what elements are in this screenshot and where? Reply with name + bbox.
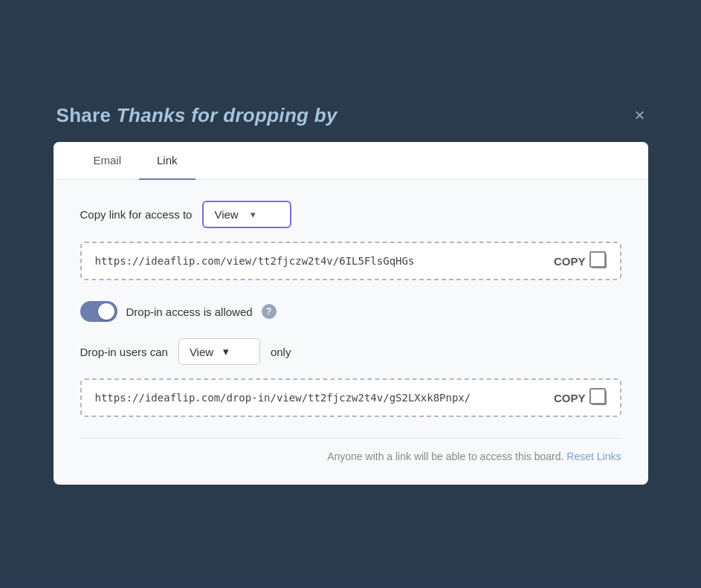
url-text-2: https://ideaflip.com/drop-in/view/tt2fjc… (95, 392, 471, 404)
copy-button-2-label: COPY (554, 392, 586, 404)
close-button[interactable]: × (631, 103, 647, 127)
help-icon[interactable]: ? (262, 304, 277, 319)
url-text-1: https://ideaflip.com/view/tt2fjczw2t4v/6… (95, 255, 415, 267)
divider (80, 438, 621, 439)
access-dropdown-value: View (214, 208, 243, 221)
url-box-2: https://ideaflip.com/drop-in/view/tt2fjc… (80, 378, 621, 417)
modal-header: Share Thanks for dropping by × (56, 103, 648, 142)
copy-button-1[interactable]: COPY (554, 253, 607, 268)
modal-body: Email Link Copy link for access to View … (54, 142, 648, 485)
modal-title: Share Thanks for dropping by (56, 104, 337, 127)
copy-button-2[interactable]: COPY (554, 390, 607, 405)
chevron-down-icon: ▾ (251, 209, 280, 220)
modal-title-italic: Thanks for dropping by (117, 104, 337, 126)
only-text: only (271, 346, 291, 358)
access-dropdown[interactable]: View ▾ (202, 201, 291, 228)
tabs-bar: Email Link (54, 142, 648, 180)
footer-text: Anyone with a link will be able to acces… (54, 450, 648, 462)
copy-icon-1 (592, 253, 607, 268)
copy-icon-2 (592, 390, 607, 405)
toggle-label: Drop-in access is allowed (126, 306, 253, 318)
footer-message: Anyone with a link will be able to acces… (327, 450, 563, 462)
tab-email[interactable]: Email (76, 142, 140, 180)
dropin-chevron-down-icon: ▾ (223, 345, 249, 358)
dropin-toggle[interactable] (80, 301, 117, 322)
reset-links-button[interactable]: Reset Links (566, 450, 621, 462)
modal-container: Share Thanks for dropping by × Email Lin… (54, 103, 648, 485)
copy-button-1-label: COPY (554, 255, 586, 268)
dropin-row: Drop-in users can View ▾ only (80, 338, 621, 365)
copy-link-row: Copy link for access to View ▾ (80, 201, 621, 228)
dropin-dropdown[interactable]: View ▾ (178, 338, 260, 365)
url-box-1: https://ideaflip.com/view/tt2fjczw2t4v/6… (80, 242, 621, 280)
dropin-label: Drop-in users can (80, 346, 168, 358)
tab-link[interactable]: Link (139, 142, 196, 180)
modal-title-static: Share (56, 104, 117, 126)
link-tab-content: Copy link for access to View ▾ https://i… (54, 180, 648, 439)
copy-link-label: Copy link for access to (80, 208, 193, 221)
toggle-row: Drop-in access is allowed ? (80, 301, 621, 322)
dropin-dropdown-value: View (190, 346, 216, 358)
